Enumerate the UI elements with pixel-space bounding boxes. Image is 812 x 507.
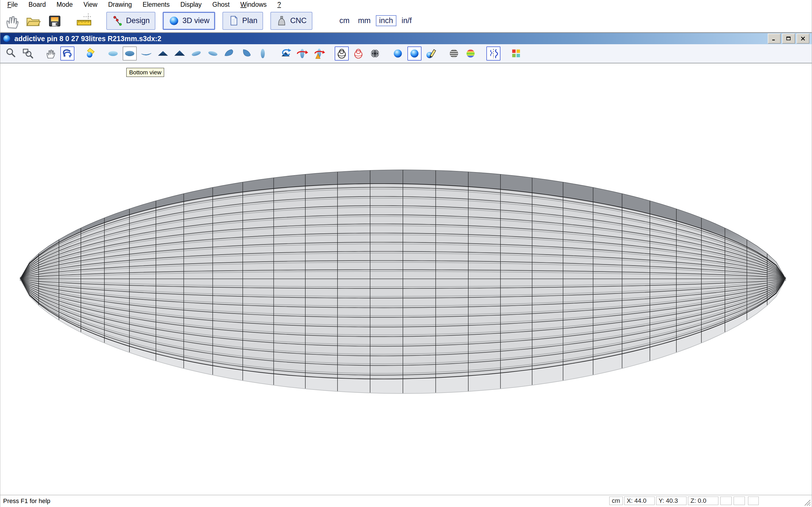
zoom-window-icon[interactable] bbox=[21, 47, 35, 61]
menu-drawing[interactable]: Drawing bbox=[103, 1, 137, 9]
menu-bar: File Board Mode View Drawing Elements Di… bbox=[0, 0, 812, 9]
open-folder-icon[interactable] bbox=[24, 11, 43, 30]
measure-icon[interactable] bbox=[75, 11, 93, 30]
menu-elements[interactable]: Elements bbox=[137, 1, 175, 9]
status-y-coord: Y: 40.3 bbox=[656, 497, 687, 505]
window-controls bbox=[768, 34, 812, 44]
menu-display[interactable]: Display bbox=[175, 1, 207, 9]
perspective-view-left-icon[interactable] bbox=[222, 47, 237, 61]
menu-view[interactable]: View bbox=[78, 1, 103, 9]
status-unit: cm bbox=[609, 497, 623, 505]
wireframe-slices-icon[interactable] bbox=[351, 47, 365, 61]
symmetry-icon[interactable] bbox=[486, 47, 500, 61]
document-title: addictive pin 8 0 27 93litres R213mm.s3d… bbox=[14, 35, 161, 43]
tilted-view-right-icon[interactable] bbox=[206, 47, 220, 61]
top-view-icon[interactable] bbox=[106, 47, 120, 61]
resize-grip-icon[interactable] bbox=[803, 498, 811, 506]
3d-view-mode-button[interactable]: 3D view bbox=[163, 12, 215, 30]
plan-mode-label: Plan bbox=[242, 16, 257, 25]
mesh-render-icon[interactable] bbox=[368, 47, 382, 61]
plan-sheet-icon bbox=[228, 15, 239, 26]
cnc-mode-button[interactable]: CNC bbox=[270, 12, 312, 30]
status-fields: cm X: 44.0 Y: 40.3 Z: 0.0 bbox=[609, 497, 760, 505]
tilted-view-left-icon[interactable] bbox=[189, 47, 203, 61]
viewport-3d[interactable]: Bottom view bbox=[0, 63, 812, 495]
design-mode-label: Design bbox=[126, 16, 150, 25]
minimize-button[interactable] bbox=[768, 34, 781, 44]
perspective-view-right-icon[interactable] bbox=[239, 47, 253, 61]
cnc-bit-icon bbox=[276, 15, 287, 26]
3d-sphere-icon bbox=[168, 15, 180, 26]
maximize-button[interactable] bbox=[782, 34, 795, 44]
menu-windows[interactable]: Windows bbox=[235, 1, 272, 9]
curvature-map-icon[interactable] bbox=[463, 47, 477, 61]
tail-view-icon[interactable] bbox=[172, 47, 187, 61]
save-icon[interactable] bbox=[45, 11, 64, 30]
document-title-bar[interactable]: addictive pin 8 0 27 93litres R213mm.s3d… bbox=[0, 33, 812, 44]
menu-board[interactable]: Board bbox=[23, 1, 51, 9]
unit-cm[interactable]: cm bbox=[336, 15, 353, 26]
view-toolbar bbox=[0, 44, 812, 63]
front-view-icon[interactable] bbox=[256, 47, 270, 61]
rotate-3d-icon[interactable] bbox=[60, 47, 74, 61]
status-empty-cell bbox=[733, 497, 745, 505]
tooltip: Bottom view bbox=[126, 68, 164, 77]
document-icon bbox=[3, 34, 11, 43]
smooth-render-icon[interactable] bbox=[407, 47, 421, 61]
plan-mode-button[interactable]: Plan bbox=[222, 12, 263, 30]
wireframe-icon[interactable] bbox=[335, 47, 349, 61]
status-empty-cell bbox=[720, 497, 732, 505]
pointer-hand-icon[interactable] bbox=[3, 11, 21, 30]
bottom-view-icon[interactable] bbox=[123, 47, 137, 61]
app-window: { "menu": { "items": [ {"label": "File"}… bbox=[0, 0, 812, 507]
side-view-icon[interactable] bbox=[139, 47, 153, 61]
main-toolbar: Design 3D view Plan CNC cm mm inch in/f bbox=[0, 9, 812, 33]
status-z-coord: Z: 0.0 bbox=[688, 497, 718, 505]
design-icon bbox=[112, 15, 123, 26]
status-x-coord: X: 44.0 bbox=[624, 497, 655, 505]
auto-rotate-icon[interactable] bbox=[278, 47, 293, 61]
unit-mm[interactable]: mm bbox=[355, 15, 374, 26]
unit-selector: cm mm inch in/f bbox=[336, 15, 417, 26]
light-direction-icon[interactable] bbox=[83, 47, 97, 61]
status-help-text: Press F1 for help bbox=[3, 497, 50, 505]
design-mode-button[interactable]: Design bbox=[106, 12, 155, 30]
zebra-stripes-icon[interactable] bbox=[447, 47, 461, 61]
spin-vertical-icon[interactable] bbox=[312, 47, 326, 61]
paint-render-icon[interactable] bbox=[424, 47, 438, 61]
close-button[interactable] bbox=[797, 34, 809, 44]
nose-view-icon[interactable] bbox=[156, 47, 170, 61]
status-empty-cell bbox=[748, 497, 759, 505]
shaded-render-icon[interactable] bbox=[391, 47, 405, 61]
unit-inf[interactable]: in/f bbox=[398, 15, 415, 26]
pan-hand-icon[interactable] bbox=[44, 47, 58, 61]
zoom-icon[interactable] bbox=[4, 47, 18, 61]
surfboard-bottom-view-render bbox=[0, 63, 812, 495]
cnc-mode-label: CNC bbox=[290, 16, 307, 25]
menu-file[interactable]: File bbox=[2, 1, 23, 9]
status-bar: Press F1 for help cm X: 44.0 Y: 40.3 Z: … bbox=[0, 495, 812, 507]
color-palette-icon[interactable] bbox=[509, 47, 523, 61]
3d-view-mode-label: 3D view bbox=[183, 16, 209, 25]
menu-help[interactable]: ? bbox=[272, 1, 287, 9]
spin-horizontal-icon[interactable] bbox=[295, 47, 309, 61]
menu-mode[interactable]: Mode bbox=[51, 1, 78, 9]
menu-ghost[interactable]: Ghost bbox=[207, 1, 235, 9]
unit-inch[interactable]: inch bbox=[376, 15, 397, 26]
